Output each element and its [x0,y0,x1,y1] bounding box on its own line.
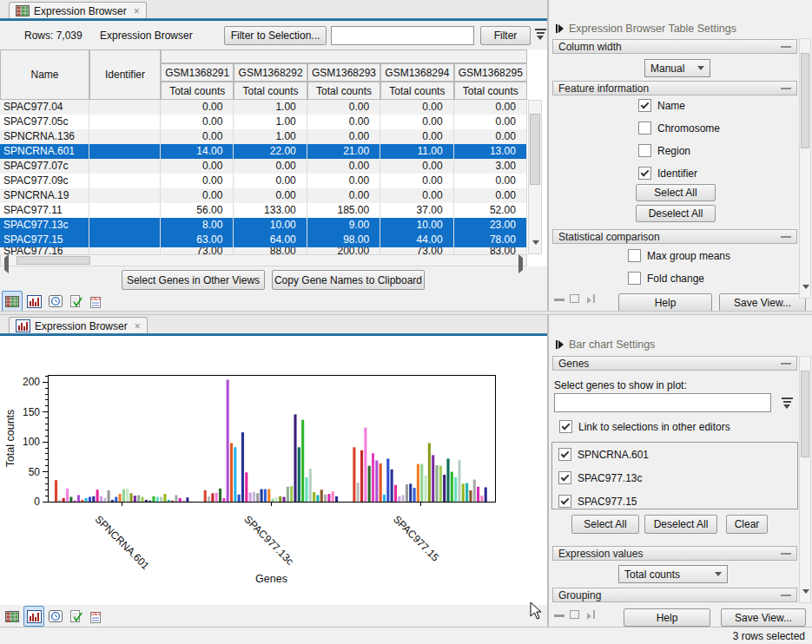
collapse-section-icon[interactable] [781,595,791,596]
bar[interactable] [175,495,177,502]
bar[interactable] [386,458,389,502]
dock-panel-icon[interactable] [585,610,595,619]
bar[interactable] [477,487,479,502]
table-row[interactable]: SPNCRNA.190.000.000.000.000.00 [0,188,527,203]
genes-clear-button[interactable]: Clear [726,515,768,534]
section-column-width[interactable]: Column width [552,39,797,54]
bar[interactable] [298,447,300,502]
minimize-panel-icon[interactable] [554,299,564,301]
bar[interactable] [182,501,185,502]
bar[interactable] [335,496,338,502]
bar[interactable] [409,483,412,502]
bar[interactable] [168,500,170,502]
minimize-panel-icon[interactable] [554,614,564,617]
bar[interactable] [89,496,91,502]
bar[interactable] [473,480,476,502]
section-genes[interactable]: Genes [552,356,797,371]
bar[interactable] [234,447,236,502]
horizontal-scroll-thumb[interactable] [17,256,90,265]
filter-button[interactable]: Filter [480,26,531,45]
bar[interactable] [432,455,434,502]
column-width-dropdown[interactable]: Manual [644,59,710,77]
table-vertical-scrollbar[interactable] [528,100,542,254]
bar[interactable] [398,496,400,502]
undock-panel-icon[interactable] [570,610,579,619]
bar[interactable] [275,497,278,502]
bar[interactable] [108,490,110,502]
table-row[interactable]: SPNCRNA.60114.0022.0021.0011.0013.00 [0,144,527,159]
bar[interactable] [149,501,151,502]
table-horizontal-scrollbar[interactable] [0,254,527,266]
table-view-button[interactable] [2,606,23,627]
table-row[interactable]: SPAC977.1156.00133.00185.0037.0052.00 [0,203,527,218]
bar[interactable] [264,490,267,502]
section-statistical-comparison[interactable]: Statistical comparison [552,229,797,244]
bar[interactable] [85,498,88,502]
column-header-identifier[interactable]: Identifier [89,49,161,100]
sample-column-header[interactable]: GSM1368291 [161,63,234,82]
section-feature-information[interactable]: Feature information [552,81,797,95]
advanced-filter-icon[interactable] [534,29,546,40]
tab-expression-browser-table[interactable]: Expression Browser × [9,2,147,19]
table-row[interactable]: SPAC977.040.001.000.000.000.00 [0,100,527,115]
settings-scrollbar-bottom[interactable] [799,356,811,603]
bar[interactable] [100,496,102,502]
bar[interactable] [287,487,289,502]
dev-info-view-button[interactable]: DEV [86,291,107,312]
bar[interactable] [413,488,416,502]
bar[interactable] [115,496,117,502]
dock-panel-icon[interactable] [585,294,595,303]
bar[interactable] [294,414,296,502]
column-header-name[interactable]: Name [0,49,89,100]
bar[interactable] [324,495,327,502]
bar-chart-view-button[interactable] [23,606,44,627]
bar[interactable] [141,496,143,502]
bar[interactable] [227,380,229,502]
sample-subheader[interactable]: Total counts [161,82,234,100]
bar[interactable] [160,496,162,502]
feature-option-checkbox[interactable] [638,144,651,157]
bar[interactable] [458,460,460,502]
table-row[interactable]: SPAC977.07c0.000.000.000.003.00 [0,159,527,174]
save-view-button-bottom[interactable]: Save View... [721,608,806,627]
bar[interactable] [360,450,363,502]
collapse-section-icon[interactable] [781,46,791,48]
bar[interactable] [383,495,386,502]
bar[interactable] [320,490,323,502]
bar[interactable] [156,496,159,502]
bar[interactable] [179,498,182,502]
bar[interactable] [279,496,281,502]
dev-info-view-button[interactable]: DEV [86,606,107,627]
scroll-down-icon[interactable] [802,285,809,301]
collapse-section-icon[interactable] [781,363,791,365]
bar[interactable] [420,464,423,502]
bar[interactable] [485,487,487,502]
scroll-down-icon[interactable] [802,589,809,606]
scroll-right-icon[interactable] [518,254,523,273]
statistic-option-checkbox[interactable] [628,272,641,285]
bar[interactable] [249,493,252,502]
collapse-section-icon[interactable] [781,88,791,89]
bar[interactable] [462,483,465,502]
bar[interactable] [186,497,188,502]
bar[interactable] [126,489,129,502]
bar[interactable] [111,500,114,502]
bar[interactable] [74,501,76,502]
bar[interactable] [305,477,307,502]
table-row[interactable]: SPAC977.05c0.001.000.000.000.00 [0,115,527,129]
bar[interactable] [96,490,99,502]
bar[interactable] [267,490,270,502]
bar[interactable] [435,465,438,502]
vertical-scroll-thumb[interactable] [530,114,540,185]
statistic-option-checkbox[interactable] [628,249,641,262]
help-button-bottom[interactable]: Help [624,608,710,627]
bar[interactable] [77,495,80,502]
genes-deselect-all-button[interactable]: Deselect All [644,515,717,534]
bar[interactable] [406,484,408,502]
scroll-left-icon[interactable] [4,254,9,273]
bar[interactable] [241,432,244,502]
bar[interactable] [282,496,285,502]
sample-column-header[interactable]: GSM1368295 [454,63,527,82]
bar[interactable] [465,483,468,502]
bar[interactable] [55,480,57,502]
